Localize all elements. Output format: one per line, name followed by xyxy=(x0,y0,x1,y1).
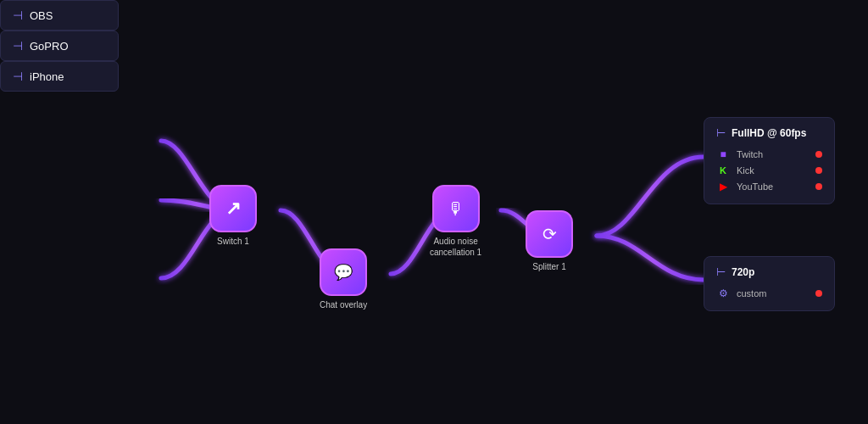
kick-status-dot xyxy=(815,167,822,174)
kick-label: Kick xyxy=(737,165,809,176)
youtube-label: YouTube xyxy=(737,181,809,192)
custom-row[interactable]: ⚙ custom xyxy=(716,285,822,302)
720p-title-row: ⊢ 720p xyxy=(716,265,822,278)
twitch-row[interactable]: ■ Twitch xyxy=(716,146,822,163)
splitter1-node[interactable]: ⟳ Splitter 1 xyxy=(526,210,573,272)
obs-label: OBS xyxy=(30,9,53,22)
fullhd-title-row: ⊢ FullHD @ 60fps xyxy=(716,126,822,139)
chat-overlay-label: Chat overlay xyxy=(320,299,367,310)
chat-overlay-node[interactable]: 💬 Chat overlay xyxy=(320,248,367,310)
twitch-icon: ■ xyxy=(716,148,730,160)
splitter1-label: Splitter 1 xyxy=(532,261,565,272)
switch1-icon: ↗ xyxy=(225,198,241,220)
output-720p-panel: ⊢ 720p ⚙ custom xyxy=(704,256,835,311)
fullhd-title-icon: ⊢ xyxy=(716,126,726,139)
kick-icon: K xyxy=(716,165,730,176)
custom-icon: ⚙ xyxy=(716,287,730,299)
iphone-label: iPhone xyxy=(30,70,64,83)
kick-row[interactable]: K Kick xyxy=(716,163,822,178)
switch1-node[interactable]: ↗ Switch 1 xyxy=(209,185,257,247)
audio-noise-node[interactable]: 🎙 Audio noisecancellation 1 xyxy=(430,185,481,258)
iphone-icon: ⊣ xyxy=(13,70,23,83)
switch1-label: Switch 1 xyxy=(217,236,249,247)
gopro-label: GoPRO xyxy=(30,40,69,53)
audio-noise-label: Audio noisecancellation 1 xyxy=(430,236,481,258)
youtube-row[interactable]: ▶ YouTube xyxy=(716,178,822,195)
output-fullhd-panel: ⊢ FullHD @ 60fps ■ Twitch K Kick ▶ YouTu… xyxy=(704,117,835,204)
twitch-label: Twitch xyxy=(737,149,809,159)
switch1-box[interactable]: ↗ xyxy=(209,185,257,232)
source-node-iphone[interactable]: ⊣ iPhone xyxy=(0,61,119,92)
youtube-icon: ▶ xyxy=(716,181,730,192)
splitter1-icon: ⟳ xyxy=(542,224,557,244)
splitter1-box[interactable]: ⟳ xyxy=(526,210,573,258)
source-node-obs[interactable]: ⊣ OBS xyxy=(0,0,119,31)
custom-label: custom xyxy=(737,288,809,298)
youtube-status-dot xyxy=(815,183,822,190)
chat-overlay-icon: 💬 xyxy=(334,263,353,282)
twitch-status-dot xyxy=(815,151,822,158)
720p-title-text: 720p xyxy=(732,266,754,278)
gopro-icon: ⊣ xyxy=(13,39,23,53)
audio-noise-box[interactable]: 🎙 xyxy=(432,185,480,232)
obs-icon: ⊣ xyxy=(13,8,23,22)
audio-noise-icon: 🎙 xyxy=(448,199,465,219)
720p-title-icon: ⊢ xyxy=(716,265,726,278)
source-node-gopro[interactable]: ⊣ GoPRO xyxy=(0,31,119,61)
custom-status-dot xyxy=(815,290,822,297)
chat-overlay-box[interactable]: 💬 xyxy=(320,248,367,296)
fullhd-title-text: FullHD @ 60fps xyxy=(732,127,806,139)
